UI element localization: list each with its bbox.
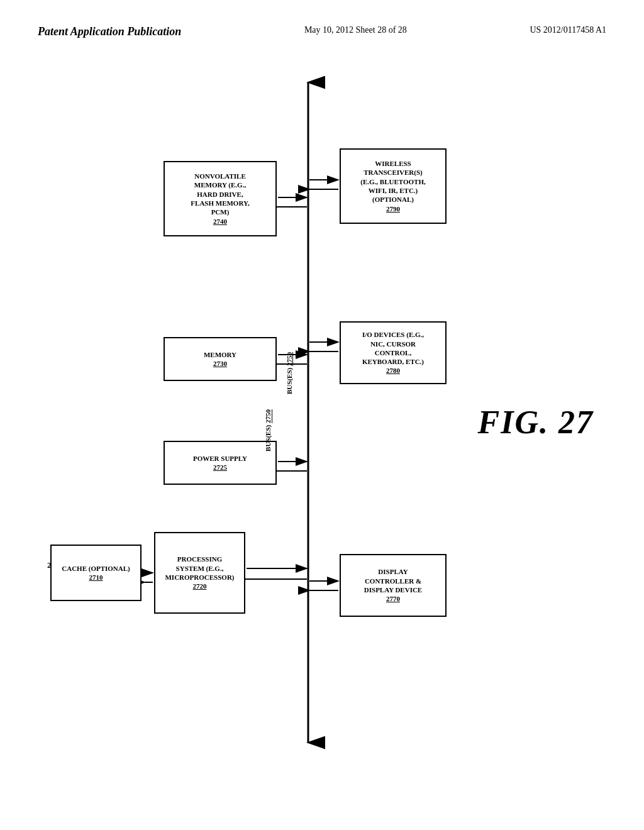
wireless-box: WIRELESS TRANSCEIVER(S) (E.G., BLUETOOTH… (340, 148, 447, 224)
display-box: DISPLAY CONTROLLER & DISPLAY DEVICE 2770 (340, 554, 447, 617)
publication-title: Patent Application Publication (38, 25, 181, 38)
io-box: I/O DEVICES (E.G., NIC, CURSOR CONTROL, … (340, 321, 447, 384)
page-header: Patent Application Publication May 10, 2… (38, 25, 606, 38)
bus-label: BUS(ES) 2750 (264, 409, 272, 451)
bus-text: BUS(ES) 2750 (286, 352, 293, 394)
nonvolatile-box: NONVOLATILE MEMORY (E.G., HARD DRIVE, FL… (164, 161, 277, 236)
power-box: POWER SUPPLY 2725 (164, 441, 277, 485)
processing-box: PROCESSING SYSTEM (E.G., MICROPROCESSOR)… (154, 532, 245, 614)
cache-box: CACHE (OPTIONAL) 2710 (50, 545, 142, 601)
diagram-area: 2700 CACHE (OPTIONAL) 2710 PROCESSING SY… (38, 51, 606, 793)
page: Patent Application Publication May 10, 2… (0, 0, 644, 830)
sheet-info: May 10, 2012 Sheet 28 of 28 (304, 25, 407, 35)
patent-number: US 2012/0117458 A1 (530, 25, 606, 35)
memory-box: MEMORY 2730 (164, 337, 277, 381)
figure-label: FIG. 27 (478, 404, 594, 441)
